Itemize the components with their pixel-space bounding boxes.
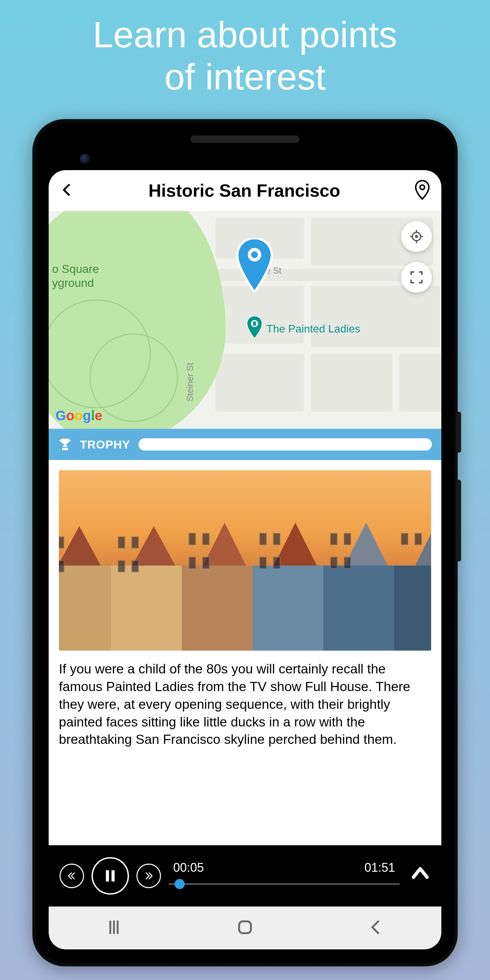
svg-rect-8 [111, 870, 115, 882]
promo-headline: Learn about points of interest [0, 0, 490, 98]
promo-line-2: of interest [0, 56, 490, 98]
phone-camera [80, 154, 90, 164]
my-location-button[interactable] [401, 221, 432, 252]
app-screen: Historic San Francisco [49, 170, 441, 950]
svg-rect-9 [239, 921, 251, 933]
fullscreen-icon [409, 270, 424, 285]
progress-thumb[interactable] [175, 879, 185, 889]
map-pin-icon [414, 180, 430, 200]
selected-location-pin[interactable] [236, 238, 273, 293]
home-button[interactable] [236, 918, 254, 937]
rewind-icon [67, 871, 77, 881]
expand-player-button[interactable] [410, 864, 430, 888]
phone-side-button-2 [456, 480, 461, 562]
poi-label[interactable]: The Painted Ladies [266, 323, 360, 335]
map-park-label: o Square yground [52, 262, 99, 290]
map-street-label-vertical: Steiner St [185, 211, 195, 429]
phone-side-button-1 [456, 412, 461, 453]
back-icon [367, 918, 385, 936]
map-view[interactable]: o Square yground Steiner St ove St The P… [49, 211, 441, 429]
rewind-button[interactable] [60, 864, 84, 888]
svg-point-0 [420, 185, 424, 189]
player-timeline[interactable]: 00:05 01:51 [169, 861, 400, 891]
promo-line-1: Learn about points [0, 14, 490, 56]
forward-icon [143, 871, 154, 881]
current-time: 00:05 [173, 861, 204, 875]
system-nav-bar [49, 907, 441, 950]
audio-player: 00:05 01:51 [49, 845, 441, 907]
page-title: Historic San Francisco [83, 180, 406, 201]
total-time: 01:51 [364, 861, 395, 875]
chevron-up-icon [410, 864, 430, 884]
phone-speaker [191, 135, 299, 143]
phone-frame: Historic San Francisco [32, 119, 458, 966]
google-attribution: Google [56, 408, 102, 423]
crosshair-icon [409, 229, 424, 243]
back-button[interactable] [60, 182, 75, 199]
chevron-left-icon [60, 182, 75, 197]
back-nav-button[interactable] [367, 918, 385, 937]
poi-marker-icon[interactable] [246, 317, 263, 337]
home-icon [236, 918, 254, 936]
play-pause-button[interactable] [92, 857, 129, 894]
poi-photo [59, 470, 431, 651]
forward-button[interactable] [137, 864, 161, 888]
pause-icon [103, 869, 118, 883]
poi-description: If you were a child of the 80s you will … [59, 660, 431, 748]
location-button[interactable] [414, 180, 430, 201]
recent-apps-button[interactable] [105, 918, 123, 937]
trophy-label: TROPHY [80, 438, 130, 451]
poi-content: If you were a child of the 80s you will … [49, 460, 441, 845]
svg-rect-7 [106, 870, 109, 882]
recent-apps-icon [105, 918, 123, 936]
fullscreen-button[interactable] [401, 262, 432, 293]
trophy-icon [58, 438, 72, 451]
svg-point-4 [251, 251, 258, 258]
map-path [89, 334, 178, 422]
trophy-progress-track [138, 438, 432, 450]
progress-track[interactable] [169, 883, 400, 885]
trophy-bar: TROPHY [49, 429, 441, 460]
app-bar: Historic San Francisco [49, 170, 441, 211]
svg-rect-2 [253, 321, 256, 326]
svg-point-6 [415, 235, 418, 238]
